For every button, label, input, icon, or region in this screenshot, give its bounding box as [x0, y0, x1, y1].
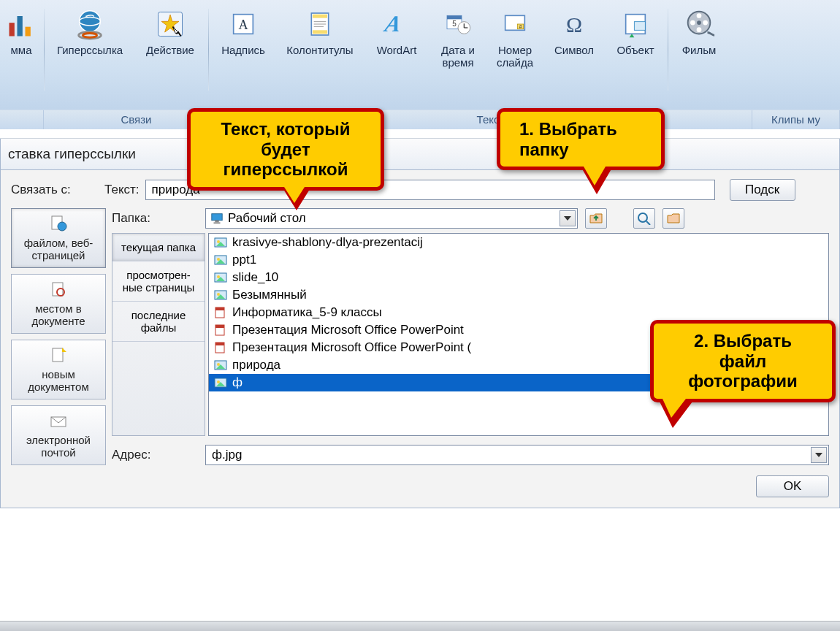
up-folder-button[interactable]	[585, 208, 607, 229]
ribbon-item-chart[interactable]: мма	[0, 4, 42, 59]
link-type-label: новым документом	[15, 368, 102, 393]
sub-tab-browsed-pages[interactable]: просмотрен- ные страницы	[112, 261, 205, 302]
svg-rect-14	[313, 30, 327, 34]
svg-marker-48	[564, 216, 571, 221]
file-item[interactable]: slide_10	[209, 269, 828, 286]
folder-label: Папка:	[112, 211, 192, 226]
wordart-icon: A	[380, 7, 413, 41]
ribbon-item-hyperlink[interactable]: Гиперссылка	[46, 4, 134, 59]
file-name: Презентация Microsoft Office PowerPoint	[232, 323, 464, 337]
text-row: Связать с: Текст: Подск	[11, 179, 829, 201]
link-type-file-web[interactable]: файлом, веб-страницей	[11, 208, 106, 268]
envelope-icon	[49, 412, 68, 431]
svg-text:Ω: Ω	[566, 12, 582, 37]
sub-tab-recent-files[interactable]: последние файлы	[112, 302, 205, 342]
svg-point-61	[217, 293, 220, 296]
address-label: Адрес:	[112, 448, 192, 462]
svg-rect-20	[447, 15, 462, 19]
svg-point-58	[217, 275, 220, 278]
address-value: ф.jpg	[212, 448, 242, 462]
svg-text:A: A	[238, 18, 248, 32]
svg-point-55	[217, 258, 220, 261]
ribbon-item-symbol[interactable]: Ω Символ	[543, 4, 605, 59]
file-item[interactable]: krasivye-shablony-dlya-prezentacij	[209, 234, 828, 251]
ribbon-item-datetime[interactable]: 5 Дата и время	[429, 4, 486, 72]
svg-point-36	[690, 20, 695, 26]
chevron-down-icon	[815, 453, 822, 457]
svg-point-34	[703, 20, 708, 26]
ribbon-item-wordart[interactable]: A WordArt	[364, 4, 429, 59]
sub-tab-current-folder[interactable]: текущая папка	[112, 234, 205, 261]
dialog-title: ставка гиперссылки	[0, 139, 840, 170]
svg-rect-64	[215, 307, 224, 310]
ribbon-item-movie[interactable]: Фильм	[670, 4, 728, 59]
link-type-label: файлом, веб-страницей	[15, 237, 102, 261]
address-combo[interactable]: ф.jpg	[205, 445, 829, 465]
svg-rect-2	[26, 27, 31, 37]
ribbon-item-textbox[interactable]: A Надпись	[210, 4, 276, 59]
callout-choose-folder: 1. Выбрать папку	[497, 108, 665, 170]
new-doc-icon	[49, 346, 68, 365]
svg-point-6	[83, 33, 96, 37]
folder-combo[interactable]: Рабочий стол	[205, 208, 578, 229]
svg-rect-45	[212, 214, 222, 221]
ribbon-item-header-footer[interactable]: Колонтитулы	[276, 4, 364, 59]
ribbon-item-slide-number[interactable]: # Номер слайда	[486, 4, 543, 72]
link-type-new-doc[interactable]: новым документом	[11, 340, 106, 399]
hint-button[interactable]: Подск	[730, 179, 795, 201]
file-name: природа	[232, 358, 280, 372]
callout-line: Текст, который	[221, 119, 351, 139]
file-name: krasivye-shablony-dlya-prezentacij	[232, 235, 423, 250]
text-label: Текст:	[104, 183, 140, 197]
address-dropdown-button[interactable]	[811, 447, 827, 463]
svg-text:#: #	[519, 24, 522, 29]
sub-tabs-column: текущая папка просмотрен- ные страницы п…	[112, 233, 205, 436]
link-type-label: местом в документе	[15, 302, 102, 327]
svg-point-35	[697, 27, 702, 32]
ribbon-label: Объект	[616, 44, 654, 56]
browse-web-button[interactable]	[633, 208, 655, 229]
file-name: ф	[232, 375, 243, 390]
link-type-email[interactable]: электронной почтой	[11, 405, 106, 465]
svg-rect-30	[634, 22, 645, 31]
ribbon-label: Гиперссылка	[57, 44, 123, 56]
ribbon-label: Колонтитулы	[286, 44, 353, 56]
globe-link-icon	[73, 7, 107, 41]
svg-point-33	[697, 13, 702, 18]
link-type-column: файлом, веб-страницей местом в документе…	[11, 208, 106, 465]
doc-target-icon	[49, 280, 68, 299]
file-item[interactable]: Безымянный	[209, 286, 828, 304]
object-icon	[619, 7, 652, 41]
callout-line: 1. Выбрать	[519, 119, 617, 139]
ribbon-label: Номер слайда	[497, 44, 533, 69]
folder-value: Рабочий стол	[228, 211, 306, 226]
svg-rect-1	[18, 16, 23, 37]
ribbon-item-object[interactable]: Объект	[605, 4, 666, 59]
page-world-icon	[49, 215, 68, 234]
folder-up-icon	[589, 212, 603, 225]
callout-line: файл	[719, 351, 766, 371]
ribbon-group	[0, 110, 44, 129]
link-type-place-in-doc[interactable]: местом в документе	[11, 274, 106, 334]
callout-line: фотографии	[688, 371, 797, 391]
svg-text:5: 5	[452, 20, 457, 28]
star-cursor-icon	[153, 7, 187, 41]
ribbon-item-action[interactable]: Действие	[134, 4, 207, 59]
browse-file-button[interactable]	[663, 208, 684, 229]
ok-button[interactable]: OK	[756, 475, 829, 497]
svg-marker-75	[815, 453, 822, 457]
file-item[interactable]: Информатика_5-9 классы	[209, 304, 828, 321]
ribbon-label: Дата и время	[441, 44, 475, 69]
svg-point-37	[697, 20, 701, 25]
callout-line: 2. Выбрать	[694, 331, 792, 351]
svg-rect-46	[215, 221, 218, 223]
ribbon-label: Надпись	[221, 44, 265, 56]
file-name: Безымянный	[232, 288, 307, 302]
footer-row: OK	[11, 475, 829, 497]
svg-rect-47	[214, 222, 221, 223]
callout-line: будет	[261, 139, 310, 159]
ribbon-groups: Связи Текст Клипы му	[0, 110, 840, 129]
file-item[interactable]: ppt1	[209, 251, 828, 269]
folder-dropdown-button[interactable]	[560, 210, 576, 226]
film-reel-icon	[682, 7, 716, 41]
